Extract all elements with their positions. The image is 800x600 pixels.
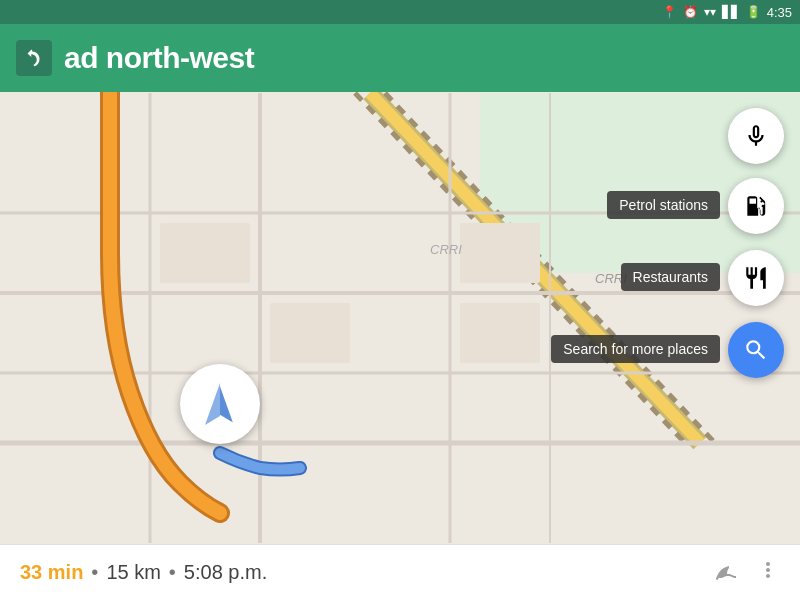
- map-view[interactable]: CRRI CRRI Petrol stations Restaurants Se…: [0, 92, 800, 544]
- battery-status-icon: 🔋: [746, 5, 761, 19]
- location-status-icon: 📍: [662, 5, 677, 19]
- svg-rect-15: [270, 303, 350, 363]
- arrival-time: 5:08 p.m.: [184, 561, 267, 584]
- navigation-instruction: ad north-west: [64, 41, 254, 75]
- svg-rect-16: [460, 223, 540, 283]
- separator-2: •: [169, 561, 176, 584]
- eta-time: 33 min: [20, 561, 83, 584]
- route-options-icon[interactable]: [712, 558, 736, 588]
- map-label-crri: CRRI: [430, 242, 462, 257]
- petrol-stations-button[interactable]: [728, 178, 784, 234]
- more-options-icon[interactable]: [756, 558, 780, 588]
- signal-status-icon: ▋▋: [722, 5, 740, 19]
- status-time: 4:35: [767, 5, 792, 20]
- restaurants-tooltip: Restaurants: [621, 263, 720, 291]
- search-more-places-tooltip: Search for more places: [551, 335, 720, 363]
- alarm-status-icon: ⏰: [683, 5, 698, 19]
- svg-rect-14: [160, 223, 250, 283]
- petrol-stations-tooltip: Petrol stations: [607, 191, 720, 219]
- svg-rect-17: [460, 303, 540, 363]
- separator-1: •: [91, 561, 98, 584]
- turn-direction-icon: [16, 40, 52, 76]
- current-location-indicator: [180, 364, 260, 444]
- bottom-navigation-bar: 33 min • 15 km • 5:08 p.m.: [0, 544, 800, 600]
- wifi-status-icon: ▾▾: [704, 5, 716, 19]
- distance-value: 15 km: [106, 561, 160, 584]
- header-bar: ad north-west: [0, 24, 800, 92]
- microphone-button[interactable]: [728, 108, 784, 164]
- status-bar: 📍 ⏰ ▾▾ ▋▋ 🔋 4:35: [0, 0, 800, 24]
- restaurants-button[interactable]: [728, 250, 784, 306]
- search-more-places-button[interactable]: [728, 322, 784, 378]
